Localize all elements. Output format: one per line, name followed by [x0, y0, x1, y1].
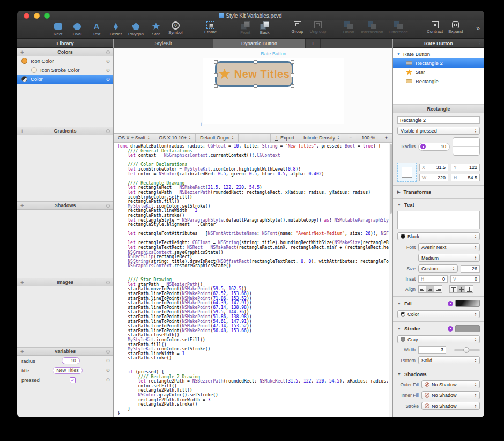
toolbar-oval-button[interactable]: Oval: [70, 21, 84, 36]
target-icon[interactable]: ⊙: [106, 367, 110, 373]
transforms-section-toggle[interactable]: ▶ Transforms: [397, 189, 480, 195]
toolbar-star-button[interactable]: Star: [149, 21, 163, 36]
size-mode-dropdown[interactable]: Custom ▲▼: [418, 264, 458, 273]
toolbar-overflow-button[interactable]: »: [476, 25, 480, 32]
align-left-button[interactable]: [418, 285, 426, 293]
stroke-pattern-dropdown[interactable]: Solid ▲▼: [418, 356, 480, 364]
title-value-field[interactable]: New Titles: [53, 367, 83, 374]
font-size-input[interactable]: 26: [461, 265, 480, 273]
pressed-checkbox[interactable]: ✓: [70, 377, 76, 383]
align-bottom-button[interactable]: [465, 285, 473, 293]
toolbar-expand-button[interactable]: Expand: [448, 21, 463, 36]
gradients-filter-icon[interactable]: [106, 129, 110, 133]
tab-dynamic-button[interactable]: Dynamic Button: [213, 39, 306, 48]
add-gradient-button[interactable]: +: [20, 128, 24, 134]
library-color-icon-stroke-color[interactable]: Icon Stroke Color⊙: [17, 65, 113, 75]
add-tab-button[interactable]: +: [306, 39, 321, 48]
selection-handle[interactable]: [214, 84, 218, 88]
layer-rectangle[interactable]: Rectangle: [393, 77, 484, 86]
tab-stylekit[interactable]: StyleKit: [114, 39, 213, 48]
radius-input[interactable]: 10: [418, 143, 450, 151]
fill-preview-swatch[interactable]: [455, 300, 480, 307]
font-family-dropdown[interactable]: Avenir Next ▲▼: [418, 243, 480, 251]
zoom-window-button[interactable]: [44, 13, 50, 19]
layer-star[interactable]: Star: [393, 68, 484, 77]
export-button[interactable]: ↑ Export: [270, 134, 299, 142]
add-color-button[interactable]: +: [20, 49, 24, 55]
variable-badge-icon[interactable]: [420, 144, 426, 149]
toolbar-back-button[interactable]: Back: [258, 21, 272, 36]
selection-handle[interactable]: [214, 74, 218, 77]
stroke-section-toggle[interactable]: ▼ Stroke: [397, 325, 480, 332]
toolbar-frame-button[interactable]: Frame: [204, 21, 218, 36]
text-color-dropdown[interactable]: Black ▲▼: [397, 232, 480, 240]
close-window-button[interactable]: [24, 13, 29, 19]
selection-handle[interactable]: [214, 60, 218, 64]
code-view[interactable]: func drawRateButton(radius radius: CGFlo…: [114, 143, 392, 417]
slider-knob[interactable]: [463, 347, 469, 353]
text-section-toggle[interactable]: ▼ Text: [397, 202, 480, 208]
add-shadow-button[interactable]: +: [20, 203, 24, 208]
align-center-button[interactable]: [426, 285, 434, 293]
x-position-input[interactable]: X 31.5: [419, 164, 448, 171]
width-input[interactable]: W 220: [419, 174, 448, 181]
layer-rectangle-2[interactable]: Rectangle 2: [393, 58, 484, 68]
os-version-dropdown[interactable]: OS X 10.10+ ▲▼: [154, 134, 196, 142]
rate-button-shape[interactable]: New Titles: [215, 61, 293, 87]
target-icon[interactable]: ⊙: [106, 77, 110, 82]
shadow-dropdown[interactable]: No Shadow▲▼: [421, 391, 480, 399]
stroke-width-slider[interactable]: [454, 349, 480, 351]
radius-value-field[interactable]: 10: [62, 357, 80, 364]
add-variable-button[interactable]: +: [20, 349, 24, 354]
text-content-input[interactable]: [397, 211, 480, 229]
stroke-width-input[interactable]: 3: [418, 346, 446, 354]
shadows-section-toggle[interactable]: ▼ Shadows: [397, 371, 480, 377]
variable-badge-icon[interactable]: [448, 326, 453, 332]
selection-handle[interactable]: [254, 60, 257, 64]
library-color-icon-color[interactable]: Icon Color⊙: [17, 56, 113, 65]
align-top-button[interactable]: [449, 285, 457, 293]
variable-badge-icon[interactable]: [448, 301, 453, 306]
target-icon[interactable]: ⊙: [106, 58, 110, 64]
shape-name-input[interactable]: Rectangle 2: [397, 116, 480, 124]
stroke-color-dropdown[interactable]: Gray ▲▼: [397, 335, 480, 343]
selection-handle[interactable]: [291, 74, 294, 77]
library-color-color[interactable]: Color⊙: [17, 75, 113, 84]
minimize-window-button[interactable]: [34, 13, 40, 19]
variable-row-radius[interactable]: radius10⊙: [17, 356, 113, 365]
variable-row-pressed[interactable]: pressed✓⊙: [17, 375, 113, 385]
inset-h-input[interactable]: H 0: [418, 275, 448, 283]
target-icon[interactable]: ⊙: [106, 358, 110, 363]
target-icon[interactable]: ⊙: [106, 377, 110, 383]
stroke-preview-swatch[interactable]: [455, 325, 480, 332]
toolbar-bezier-button[interactable]: Bezier: [109, 21, 123, 36]
rate-button-frame[interactable]: Rate Button New Titles +: [203, 58, 344, 124]
toolbar-polygon-button[interactable]: Polygon: [128, 21, 144, 36]
selection-handle[interactable]: [254, 84, 257, 88]
height-input[interactable]: H 54.5: [451, 174, 480, 181]
variable-row-title[interactable]: titleNew Titles⊙: [17, 365, 113, 375]
variables-filter-icon[interactable]: [106, 350, 110, 354]
selection-handle[interactable]: [291, 60, 294, 64]
shadow-dropdown[interactable]: No Shadow▲▼: [421, 402, 480, 410]
corner-radius-widget[interactable]: [453, 137, 480, 156]
fill-color-dropdown[interactable]: Color ▲▼: [397, 310, 480, 318]
font-weight-dropdown[interactable]: Medium ▲▼: [418, 254, 480, 262]
layer-rate-button[interactable]: ▼Rate Button: [393, 49, 484, 58]
zoom-out-button[interactable]: −: [344, 134, 357, 142]
y-position-input[interactable]: Y 122: [451, 164, 480, 171]
resizing-anchor-widget[interactable]: [397, 163, 417, 182]
code-scrollbar-thumb[interactable]: [390, 144, 392, 214]
toolbar-text-button[interactable]: AText: [90, 21, 103, 36]
toolbar-symbol-button[interactable]: ↻Symbol: [168, 21, 183, 36]
origin-dropdown[interactable]: Default Origin ▲▼: [196, 134, 239, 142]
visibility-dropdown[interactable]: Visible if pressed ▲▼: [397, 127, 480, 135]
toolbar-group-button[interactable]: Group: [291, 21, 305, 36]
chevron-updown-icon[interactable]: ▲▼: [479, 41, 481, 45]
toolbar-contract-button[interactable]: Contract: [427, 21, 443, 36]
align-middle-button[interactable]: [457, 285, 465, 293]
button-title-text[interactable]: New Titles: [234, 68, 290, 80]
images-filter-icon[interactable]: [106, 281, 110, 284]
fill-section-toggle[interactable]: ▼ Fill: [397, 300, 480, 307]
add-image-button[interactable]: +: [20, 280, 24, 285]
